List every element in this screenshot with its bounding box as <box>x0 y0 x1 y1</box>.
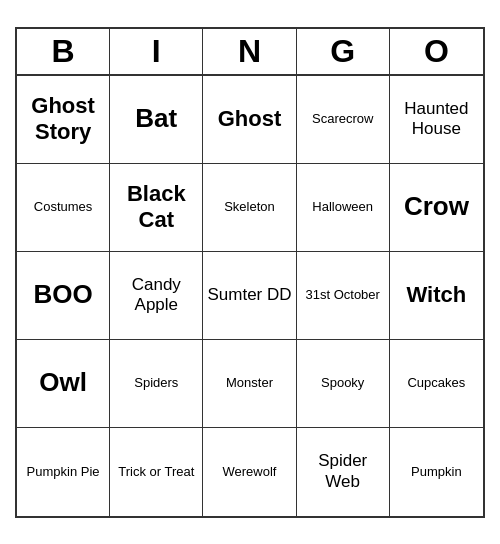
bingo-cell: Crow <box>390 164 483 252</box>
bingo-header: BINGO <box>17 29 483 76</box>
bingo-cell: Spiders <box>110 340 203 428</box>
bingo-cell: Bat <box>110 76 203 164</box>
header-letter: I <box>110 29 203 74</box>
header-letter: G <box>297 29 390 74</box>
header-letter: B <box>17 29 110 74</box>
bingo-card: BINGO Ghost StoryBatGhostScarecrowHaunte… <box>15 27 485 518</box>
bingo-cell: Cupcakes <box>390 340 483 428</box>
bingo-cell: Candy Apple <box>110 252 203 340</box>
bingo-cell: Ghost <box>203 76 296 164</box>
bingo-cell: Costumes <box>17 164 110 252</box>
bingo-cell: Spider Web <box>297 428 390 516</box>
bingo-cell: Witch <box>390 252 483 340</box>
bingo-cell: Owl <box>17 340 110 428</box>
header-letter: N <box>203 29 296 74</box>
bingo-cell: Monster <box>203 340 296 428</box>
bingo-cell: Halloween <box>297 164 390 252</box>
bingo-grid: Ghost StoryBatGhostScarecrowHaunted Hous… <box>17 76 483 516</box>
bingo-cell: Skeleton <box>203 164 296 252</box>
bingo-cell: Spooky <box>297 340 390 428</box>
bingo-cell: Sumter DD <box>203 252 296 340</box>
bingo-cell: Werewolf <box>203 428 296 516</box>
bingo-cell: Ghost Story <box>17 76 110 164</box>
header-letter: O <box>390 29 483 74</box>
bingo-cell: BOO <box>17 252 110 340</box>
bingo-cell: Scarecrow <box>297 76 390 164</box>
bingo-cell: Black Cat <box>110 164 203 252</box>
bingo-cell: Pumpkin Pie <box>17 428 110 516</box>
bingo-cell: Trick or Treat <box>110 428 203 516</box>
bingo-cell: Haunted House <box>390 76 483 164</box>
bingo-cell: Pumpkin <box>390 428 483 516</box>
bingo-cell: 31st October <box>297 252 390 340</box>
